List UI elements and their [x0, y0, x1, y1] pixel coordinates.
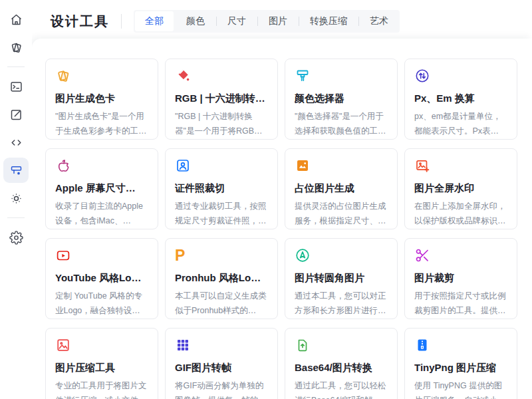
frames-grid-icon: [175, 337, 191, 353]
tool-card[interactable]: GIF图片转帧 将GIF动画分解为单独的图像帧。提供每一帧的输出…: [165, 328, 278, 399]
tool-card-title: GIF图片转帧: [175, 362, 268, 374]
header: 设计工具 全部 颜色 尺寸 图片 转换压缩 艺术: [32, 0, 532, 39]
theme-brightness-icon: [9, 192, 23, 205]
sidebar-divider: [7, 66, 25, 67]
id-photo-icon: [175, 158, 191, 174]
sidebar-item-design-tools[interactable]: [3, 158, 29, 183]
color-cards-icon: [9, 41, 23, 55]
tool-card-desc: 专业的工具用于将图片文件进行压缩，减小文件大小…: [55, 379, 148, 399]
tool-card[interactable]: 图片转圆角图片 通过本工具，您可以对正方形和长方形图片进行圆角…: [285, 238, 398, 319]
tab-art[interactable]: 艺术: [358, 10, 400, 33]
tool-card-title: 占位图片生成: [295, 182, 388, 195]
placeholder-image-icon: [295, 158, 311, 174]
tool-card-title: Apple 屏幕尺寸…: [55, 182, 148, 195]
tool-card-desc: 在图片上添加全屏水印，以保护版权或品牌标识。水…: [414, 200, 507, 228]
header-divider: [121, 14, 122, 29]
paint-bucket-icon: [175, 68, 191, 84]
sidebar-item-edit[interactable]: [3, 102, 29, 127]
zip-file-icon: [414, 337, 430, 353]
tool-card-desc: 通过此工具，您可以轻松进行Base64编码和解码，实…: [295, 379, 388, 399]
scissors-icon: [414, 247, 430, 263]
tool-card-desc: px、em都是计量单位，都能表示尺寸。Px表示"绝…: [414, 110, 507, 138]
tool-card-desc: 用于按照指定尺寸或比例裁剪图片的工具。提供简便…: [414, 289, 507, 318]
tool-card-desc: 通过专业裁切工具，按照规定尺寸剪裁证件照，确保…: [175, 200, 268, 228]
tool-card[interactable]: TinyPng 图片压缩 使用 TinyPNG 提供的图片压缩服务，自动减小图像…: [404, 328, 517, 399]
category-tabbar: 全部 颜色 尺寸 图片 转换压缩 艺术: [134, 10, 400, 33]
tool-card-title: 颜色选择器: [295, 92, 388, 105]
tool-card[interactable]: Px、Em 换算 px、em都是计量单位，都能表示尺寸。Px表示"绝…: [404, 59, 517, 140]
letter-p-icon: P: [175, 247, 191, 263]
tool-card-desc: "RGB | 十六进制转换器"是一个用于将RGB颜色值和…: [175, 110, 268, 138]
tool-card[interactable]: 证件照裁切 通过专业裁切工具，按照规定尺寸剪裁证件照，确保…: [165, 148, 278, 229]
tab-convert-compress[interactable]: 转换压缩: [299, 10, 358, 33]
tab-image[interactable]: 图片: [257, 10, 299, 33]
youtube-icon: [55, 247, 71, 263]
tool-card-grid: 图片生成色卡 "图片生成色卡"是一个用于生成色彩参考卡的工具。… RGB | 十…: [45, 59, 519, 399]
compass-icon: [295, 247, 311, 263]
sidebar-item-home[interactable]: [3, 7, 29, 32]
tool-card-title: 图片转圆角图片: [295, 272, 388, 285]
tool-card[interactable]: 占位图片生成 提供灵活的占位图片生成服务，根据指定尺寸、颜色…: [285, 148, 398, 229]
swap-vertical-icon: [414, 68, 430, 84]
file-upload-icon: [295, 337, 311, 353]
code-icon: [9, 136, 23, 150]
tool-card[interactable]: 图片裁剪 用于按照指定尺寸或比例裁剪图片的工具。提供简便…: [404, 238, 517, 319]
tool-card-desc: 使用 TinyPNG 提供的图片压缩服务，自动减小图像…: [414, 379, 507, 399]
tool-card-desc: 通过本工具，您可以对正方形和长方形图片进行圆角…: [295, 289, 388, 318]
tool-card-title: RGB | 十六进制转…: [175, 92, 268, 105]
tool-card-desc: 将GIF动画分解为单独的图像帧。提供每一帧的输出…: [175, 379, 268, 399]
tool-card-title: 图片裁剪: [414, 272, 507, 285]
home-icon: [9, 13, 23, 27]
tool-card[interactable]: RGB | 十六进制转… "RGB | 十六进制转换器"是一个用于将RGB颜色值…: [165, 59, 278, 140]
color-cards-icon: [55, 68, 71, 84]
terminal-icon: [9, 80, 23, 94]
tool-card-desc: "颜色选择器"是一个用于选择和获取颜色值的工具。…: [295, 110, 388, 138]
tool-card-title: 图片全屏水印: [414, 182, 507, 195]
tool-card-desc: 本工具可以自定义生成类似于Pronhub样式的Logo，…: [175, 289, 268, 318]
tool-card[interactable]: Base64/图片转换 通过此工具，您可以轻松进行Base64编码和解码，实…: [285, 328, 398, 399]
sidebar-item-terminal[interactable]: [3, 74, 29, 99]
tool-card-title: 图片生成色卡: [55, 92, 148, 105]
tool-card-desc: 定制 YouTube 风格的专业Logo，融合独特设计元…: [55, 289, 148, 318]
page-title: 设计工具: [51, 13, 109, 31]
tool-card-title: 图片压缩工具: [55, 362, 148, 374]
design-tools-icon: [9, 164, 23, 178]
image-icon: [55, 337, 71, 353]
tool-card-title: TinyPng 图片压缩: [414, 362, 507, 374]
tool-card[interactable]: 图片全屏水印 在图片上添加全屏水印，以保护版权或品牌标识。水…: [404, 148, 517, 229]
tool-card[interactable]: YouTube 风格Lo… 定制 YouTube 风格的专业Logo，融合独特设…: [45, 238, 158, 319]
tool-card[interactable]: 图片压缩工具 专业的工具用于将图片文件进行压缩，减小文件大小…: [45, 328, 158, 399]
tool-card[interactable]: Apple 屏幕尺寸… 收录了目前主流的Apple设备，包含iMac、…: [45, 148, 158, 229]
tool-card[interactable]: P Pronhub 风格Lo… 本工具可以自定义生成类似于Pronhub样式的L…: [165, 238, 278, 319]
edit-icon: [9, 108, 23, 122]
sidebar-item-settings[interactable]: [3, 225, 29, 250]
sidebar-item-color-cards[interactable]: [3, 35, 29, 60]
tab-color[interactable]: 颜色: [175, 10, 216, 33]
tool-card-title: Pronhub 风格Lo…: [175, 272, 268, 285]
tool-card-desc: "图片生成色卡"是一个用于生成色彩参考卡的工具。…: [55, 110, 148, 138]
tab-size[interactable]: 尺寸: [216, 10, 257, 33]
sidebar-divider: [7, 217, 25, 218]
tool-card[interactable]: 颜色选择器 "颜色选择器"是一个用于选择和获取颜色值的工具。…: [285, 59, 398, 140]
sidebar-item-code[interactable]: [3, 130, 29, 155]
tool-card-desc: 提供灵活的占位图片生成服务，根据指定尺寸、颜色…: [295, 200, 388, 228]
sidebar: [0, 0, 32, 399]
settings-gear-icon: [9, 231, 23, 245]
tool-card[interactable]: 图片生成色卡 "图片生成色卡"是一个用于生成色彩参考卡的工具。…: [45, 59, 158, 140]
content-panel: 图片生成色卡 "图片生成色卡"是一个用于生成色彩参考卡的工具。… RGB | 十…: [32, 39, 532, 399]
tool-card-title: YouTube 风格Lo…: [55, 272, 148, 285]
tool-card-desc: 收录了目前主流的Apple设备，包含iMac、…: [55, 200, 148, 228]
brush-icon: [295, 68, 311, 84]
tool-card-title: Base64/图片转换: [295, 362, 388, 374]
tool-card-title: 证件照裁切: [175, 182, 268, 195]
image-add-icon: [414, 158, 430, 174]
tool-card-title: Px、Em 换算: [414, 92, 507, 105]
sidebar-item-theme[interactable]: [3, 186, 29, 211]
apple-icon: [55, 158, 71, 174]
tab-all[interactable]: 全部: [135, 11, 174, 31]
